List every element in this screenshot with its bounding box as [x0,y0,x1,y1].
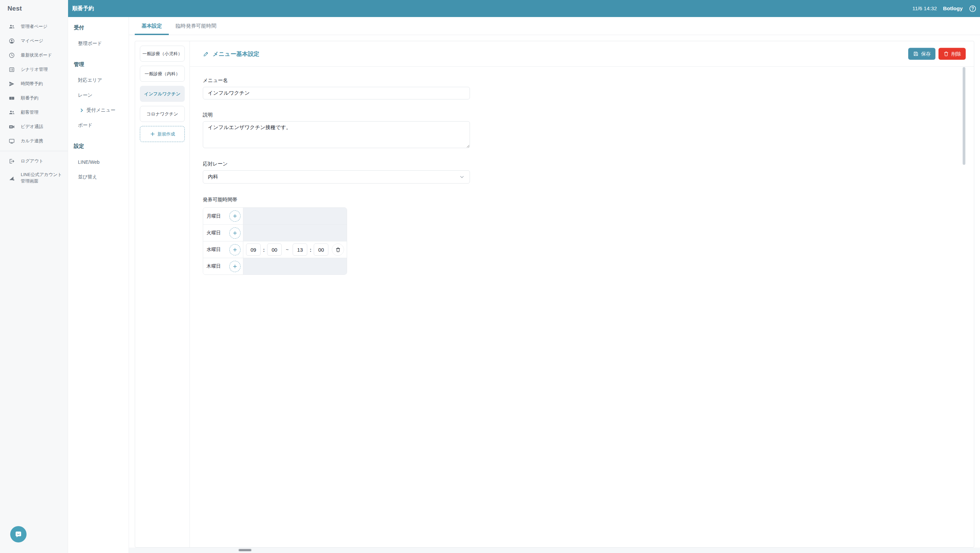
subnav-item[interactable]: 対応エリア [68,78,129,83]
subnav-item[interactable]: LINE/Web [68,159,129,165]
menu-list-column: 一般診療（小児科）一般診療（内科）インフルワクチンコロナワクチン 新規作成 [135,41,190,276]
menu-item-button[interactable]: 一般診療（内科） [140,66,185,82]
monitor-icon [8,138,15,144]
sidebar-item-label: マイページ [21,38,43,44]
sidebar-item-label: 管理者ページ [21,24,48,30]
add-slot-button[interactable] [229,210,240,222]
sidebar-item[interactable]: 時間帯予約 [0,76,68,91]
day-label: 木曜日 [207,263,221,269]
lane-selected-value: 内科 [208,174,218,180]
description-textarea[interactable]: インフルエンザワクチン接種です。 [203,121,470,148]
sidebar-nav: 管理者ページマイページ最新状況ボードシナリオ管理時間帯予約順番予約顧客管理ビデオ… [0,19,68,148]
subnav-item-label: 対応エリア [78,77,102,83]
day-label: 水曜日 [207,247,221,253]
schedule-day-cell: 月曜日 [203,208,243,225]
schedule-slot-cell: :~: [243,241,347,258]
delete-slot-button[interactable] [332,244,344,256]
time-colon: : [263,247,265,253]
menu-item-button[interactable]: 一般診療（小児科） [140,46,185,62]
time-from-hour-input[interactable] [246,244,261,256]
menu-item-label: コロナワクチン [146,111,178,117]
plus-icon [232,213,238,219]
logout-icon [8,158,15,164]
day-label: 火曜日 [207,230,221,236]
sidebar-item[interactable]: ビデオ通話 [0,120,68,134]
subnav-item[interactable]: ボード [68,123,129,128]
chevron-right-icon [79,108,84,113]
subnav-item[interactable]: レーン [68,92,129,98]
sidebar-item-label: シナリオ管理 [21,66,48,73]
subnav-section-header: 受付 [68,24,129,31]
subnav-item[interactable]: 受付メニュー [68,108,129,113]
menu-list: 一般診療（小児科）一般診療（内科）インフルワクチンコロナワクチン [140,46,185,122]
pencil-icon [203,51,209,57]
sidebar-item[interactable]: 最新状況ボード [0,48,68,62]
time-to-hour-input[interactable] [293,244,307,256]
sidebar-item-label: LINE公式アカウント管理画面 [21,172,66,185]
chevron-down-icon [459,174,465,180]
menu-item-button[interactable]: インフルワクチン [140,86,185,102]
subnav-item[interactable]: 並び替え [68,174,129,180]
form-header: メニュー基本設定 保存 [190,41,490,67]
schedule-row: 木曜日 [203,258,347,274]
subnav-item-label: LINE/Web [78,159,100,165]
menu-item-label: 一般診療（内科） [145,71,180,77]
subnav-section-header: 設定 [68,143,129,150]
schedule-day-cell: 火曜日 [203,225,243,241]
sidebar-footer-nav: ログアウトLINE公式アカウント管理画面 [0,154,68,188]
form-column: メニュー基本設定 保存 [190,41,490,276]
add-slot-button[interactable] [229,244,240,255]
schedule-slot-cell [243,208,347,225]
subnav-item-label: レーン [78,92,92,99]
tab-bar: 基本設定 臨時発券可能時間 [129,17,490,35]
video-camera-icon [8,124,15,130]
plus-icon [232,230,238,236]
main-area: 基本設定 臨時発券可能時間 一般診療（小児科）一般診療（内科）インフルワクチンコ… [129,17,490,276]
tab-temporary-ticketing-time[interactable]: 臨時発券可能時間 [169,17,223,35]
app-logo: Nest [0,0,68,17]
create-menu-label: 新規作成 [158,131,175,137]
line-settings-icon [8,175,15,182]
sidebar-item[interactable]: マイページ [0,34,68,48]
schedule-day-cell: 水曜日 [203,241,243,258]
page-title: 順番予約 [72,5,94,12]
sidebar-item[interactable]: ログアウト [0,154,68,168]
clock-icon [8,52,15,59]
time-to-minute-input[interactable] [314,244,328,256]
schedule-table: 月曜日火曜日水曜日:~:木曜日 [203,207,347,275]
menu-item-label: 一般診療（小児科） [143,51,182,57]
sidebar-item-label: ログアウト [21,158,43,164]
time-from-minute-input[interactable] [267,244,282,256]
add-slot-button[interactable] [229,228,240,239]
form-body: メニュー名 説明 インフルエンザワクチン接種です。 応対レーン 内科 発券可能時… [190,67,490,275]
subnav-item-label: 受付メニュー [86,107,115,113]
schedule-label: 発券可能時間帯 [203,196,490,203]
plus-icon [232,247,238,253]
create-menu-button[interactable]: 新規作成 [140,126,185,142]
description-label: 説明 [203,112,490,118]
secondary-sidebar: 受付整理ボード管理対応エリアレーン受付メニューボード設定LINE/Web並び替え [68,17,129,276]
sidebar-item-label: 顧客管理 [21,109,38,115]
schedule-row: 水曜日:~: [203,241,347,258]
add-slot-button[interactable] [229,261,240,272]
sidebar-item[interactable]: 管理者ページ [0,19,68,34]
menu-name-label: メニュー名 [203,77,490,84]
menu-name-input[interactable] [203,87,470,99]
sidebar-item[interactable]: 順番予約 [0,91,68,105]
sidebar-item[interactable]: LINE公式アカウント管理画面 [0,168,68,188]
sidebar-item-label: カルテ連携 [21,138,43,144]
form-title-group: メニュー基本設定 [203,50,259,58]
tab-basic-settings[interactable]: 基本設定 [135,17,169,35]
sidebar-item-label: 順番予約 [21,95,38,101]
time-colon: : [310,247,311,253]
sidebar-item[interactable]: シナリオ管理 [0,62,68,76]
sidebar-item[interactable]: 顧客管理 [0,105,68,120]
subnav-item[interactable]: 整理ボード [68,41,129,46]
schedule-row: 月曜日 [203,208,347,225]
day-label: 月曜日 [207,213,221,219]
sidebar-item-label: ビデオ通話 [21,124,43,130]
people-icon [8,24,15,30]
lane-select[interactable]: 内科 [203,170,470,183]
menu-item-button[interactable]: コロナワクチン [140,106,185,122]
sidebar-item[interactable]: カルテ連携 [0,134,68,148]
